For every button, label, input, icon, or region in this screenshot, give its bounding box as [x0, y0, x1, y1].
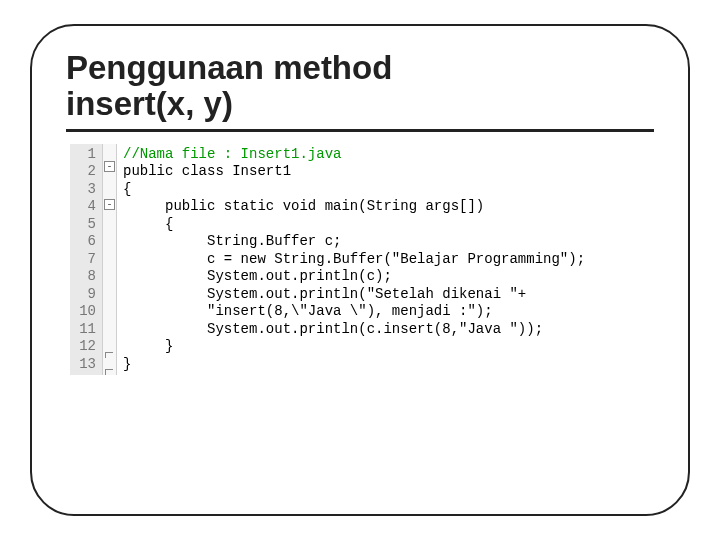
fold-gutter: - -: [103, 144, 117, 376]
code-line: {: [123, 216, 173, 232]
code-line: c = new String.Buffer("Belajar Programmi…: [123, 251, 585, 267]
slide-frame: Penggunaan method insert(x, y) 1 2 3 4 5…: [30, 24, 690, 516]
line-number: 12: [74, 338, 96, 356]
code-line: System.out.println(c.insert(8,"Java "));: [123, 321, 543, 337]
fold-end-icon: [105, 369, 113, 375]
code-line: String.Buffer c;: [123, 233, 341, 249]
title-line-2: insert(x, y): [66, 85, 233, 122]
line-number: 5: [74, 216, 96, 234]
code-content: //Nama file : Insert1.java public class …: [117, 144, 591, 376]
line-number: 7: [74, 251, 96, 269]
line-number: 3: [74, 181, 96, 199]
code-line: System.out.println("Setelah dikenai "+: [123, 286, 526, 302]
line-number: 11: [74, 321, 96, 339]
code-line: System.out.println(c);: [123, 268, 392, 284]
line-number: 2: [74, 163, 96, 181]
line-number: 9: [74, 286, 96, 304]
fold-toggle-icon[interactable]: -: [104, 199, 115, 210]
code-line: public static void main(String args[]): [123, 198, 484, 214]
line-number-gutter: 1 2 3 4 5 6 7 8 9 10 11 12 13: [70, 144, 103, 376]
code-editor: 1 2 3 4 5 6 7 8 9 10 11 12 13 - - //Nama…: [70, 144, 654, 376]
fold-toggle-icon[interactable]: -: [104, 161, 115, 172]
code-line: public class Insert1: [123, 163, 291, 179]
code-line: "insert(8,\"Java \"), menjadi :");: [123, 303, 493, 319]
line-number: 4: [74, 198, 96, 216]
code-line: }: [123, 356, 131, 372]
code-line: {: [123, 181, 131, 197]
title-line-1: Penggunaan method: [66, 49, 392, 86]
code-line: //Nama file : Insert1.java: [123, 146, 341, 162]
line-number: 1: [74, 146, 96, 164]
line-number: 8: [74, 268, 96, 286]
title-block: Penggunaan method insert(x, y): [66, 50, 654, 132]
line-number: 10: [74, 303, 96, 321]
line-number: 6: [74, 233, 96, 251]
fold-end-icon: [105, 352, 113, 358]
slide-title: Penggunaan method insert(x, y): [66, 50, 654, 123]
line-number: 13: [74, 356, 96, 374]
code-line: }: [123, 338, 173, 354]
